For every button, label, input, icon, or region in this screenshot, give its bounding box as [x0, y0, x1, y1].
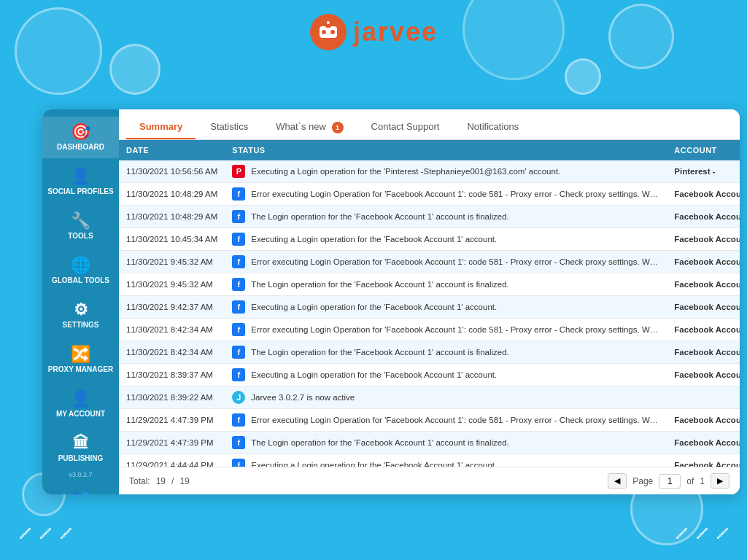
sidebar-item-publishing[interactable]: 🏛 PUBLISHING — [42, 428, 119, 470]
facebook-icon: f — [232, 255, 245, 268]
jarvee-icon: J — [232, 391, 245, 404]
publishing-icon: 🏛 — [73, 435, 89, 451]
table-row: 11/30/2021 8:39:37 AMfExecuting a Login … — [119, 364, 740, 386]
cell-account: Facebook Account — [667, 183, 740, 206]
status-text: Jarvee 3.0.2.7 is now active — [251, 393, 355, 402]
page-label: Page — [632, 476, 653, 486]
table-row: 11/30/2021 8:39:22 AMJJarvee 3.0.2.7 is … — [119, 386, 740, 409]
whats-new-badge: 1 — [332, 122, 344, 133]
table-row: 11/30/2021 10:45:34 AMfExecuting a Login… — [119, 228, 740, 251]
sidebar-label-publishing: PUBLISHING — [58, 454, 104, 462]
social-profiles-icon: 👤 — [71, 168, 90, 184]
cell-date: 11/29/2021 4:47:39 PM — [119, 409, 225, 432]
table-row: 11/30/2021 10:48:29 AMfThe Login operati… — [119, 206, 740, 228]
sidebar-label-dashboard: DASHBOARD — [57, 143, 104, 151]
tab-contact-support-label: Contact Support — [371, 121, 440, 132]
pinterest-icon: P — [232, 165, 245, 178]
pagination-bar: Total: 19 / 19 ◀ Page of 1 ▶ — [119, 467, 740, 494]
tab-contact-support[interactable]: Contact Support — [358, 115, 453, 139]
cell-status: JJarvee 3.0.2.7 is now active — [225, 386, 667, 409]
table-row: 11/30/2021 8:42:34 AMfError executing Lo… — [119, 319, 740, 341]
table-row: 11/30/2021 10:48:29 AMfError executing L… — [119, 183, 740, 206]
cell-date: 11/30/2021 8:42:34 AM — [119, 319, 225, 341]
global-tools-icon: 🌐 — [71, 257, 90, 273]
facebook-icon: f — [232, 278, 245, 291]
sidebar-item-like-exchange[interactable]: 👥 LIKE EXCHANGE — [42, 483, 119, 494]
cell-date: 11/30/2021 8:39:22 AM — [119, 386, 225, 409]
page-prev-button[interactable]: ◀ — [608, 473, 627, 489]
logo-text: jarvee — [353, 17, 438, 47]
cell-account: Facebook Account — [667, 251, 740, 273]
cell-account: Facebook Account — [667, 228, 740, 251]
cell-status: fThe Login operation for the 'Facebook A… — [225, 432, 667, 454]
status-text: Error executing Login Operation for 'Fac… — [251, 416, 659, 424]
cell-account: Facebook Account — [667, 206, 740, 228]
sidebar-label-proxy-manager: PROXY MANAGER — [48, 365, 113, 373]
cell-date: 11/30/2021 10:48:29 AM — [119, 183, 225, 206]
facebook-icon: f — [232, 436, 245, 449]
cell-date: 11/30/2021 9:45:32 AM — [119, 251, 225, 273]
bottom-right-icon: ⟋⟋⟋ — [671, 521, 732, 545]
facebook-icon: f — [232, 233, 245, 246]
status-text: Error executing Login Operation for 'Fac… — [251, 257, 659, 266]
page-input[interactable] — [659, 474, 681, 489]
cell-account: Facebook Account — [667, 432, 740, 454]
sidebar-item-proxy-manager[interactable]: 🔀 PROXY MANAGER — [42, 339, 119, 381]
bottom-left-icon: ⟋⟋⟋ — [15, 521, 76, 545]
activity-table: DATE STATUS ACCOUNT 11/30/2021 10:56:56 … — [119, 140, 740, 467]
svg-point-5 — [327, 21, 330, 24]
cell-date: 11/29/2021 4:44:44 PM — [119, 454, 225, 467]
sidebar-label-settings: SETTINGS — [62, 321, 98, 329]
tab-notifications[interactable]: Notifications — [454, 115, 532, 139]
col-account: ACCOUNT — [667, 140, 740, 160]
table-row: 11/29/2021 4:47:39 PMfThe Login operatio… — [119, 432, 740, 454]
status-text: The Login operation for the 'Facebook Ac… — [251, 280, 508, 289]
cell-status: fThe Login operation for the 'Facebook A… — [225, 273, 667, 296]
sidebar-item-global-tools[interactable]: 🌐 GLOBAL TOOLS — [42, 250, 119, 292]
sidebar-item-settings[interactable]: ⚙ SETTINGS — [42, 295, 119, 336]
sidebar-item-social-profiles[interactable]: 👤 SOCIAL PROFILES — [42, 161, 119, 203]
cell-status: PExecuting a Login operation for the 'Pi… — [225, 160, 667, 183]
tools-icon: 🔧 — [71, 213, 90, 229]
facebook-icon: f — [232, 413, 245, 427]
facebook-icon: f — [232, 346, 245, 359]
tab-whats-new-label: What`s new — [276, 121, 326, 132]
sidebar-item-tools[interactable]: 🔧 TOOLS — [42, 206, 119, 247]
tab-summary[interactable]: Summary — [126, 115, 196, 139]
cell-account: Facebook Account — [667, 364, 740, 386]
table-row: 11/29/2021 4:44:44 PMfExecuting a Login … — [119, 454, 740, 467]
cell-date: 11/29/2021 4:47:39 PM — [119, 432, 225, 454]
sidebar-item-dashboard[interactable]: 🎯 DASHBOARD — [42, 117, 119, 158]
cell-account: Facebook Account — [667, 409, 740, 432]
header: jarvee — [0, 0, 747, 61]
table-row: 11/30/2021 9:45:32 AMfThe Login operatio… — [119, 273, 740, 296]
tab-whats-new[interactable]: What`s new 1 — [263, 115, 356, 139]
sidebar-label-global-tools: GLOBAL TOOLS — [52, 276, 109, 284]
logo: jarvee — [309, 13, 438, 51]
status-text: Error executing Login Operation for 'Fac… — [251, 190, 659, 198]
tab-statistics[interactable]: Statistics — [197, 115, 261, 139]
cell-account: Facebook Account — [667, 296, 740, 319]
proxy-manager-icon: 🔀 — [71, 346, 90, 362]
status-text: Executing a Login operation for the 'Pin… — [251, 167, 560, 176]
cell-status: fError executing Login Operation for 'Fa… — [225, 319, 667, 341]
total-label: Total: — [129, 476, 150, 486]
version-badge: v3.0.2.7 — [69, 470, 92, 480]
col-date: DATE — [119, 140, 225, 160]
like-exchange-icon: 👥 — [71, 490, 90, 494]
table-row: 11/30/2021 9:42:37 AMfExecuting a Login … — [119, 296, 740, 319]
col-status: STATUS — [225, 140, 667, 160]
sidebar-label-tools: TOOLS — [68, 232, 93, 240]
status-text: The Login operation for the 'Facebook Ac… — [251, 348, 508, 357]
cell-account: Facebook Account — [667, 341, 740, 364]
table-row: 11/29/2021 4:47:39 PMfError executing Lo… — [119, 409, 740, 432]
table-container: DATE STATUS ACCOUNT 11/30/2021 10:56:56 … — [119, 140, 740, 467]
page-next-button[interactable]: ▶ — [711, 473, 729, 489]
tab-bar: Summary Statistics What`s new 1 Contact … — [119, 109, 740, 140]
tab-summary-label: Summary — [139, 121, 182, 132]
sidebar-item-my-account[interactable]: 👤 MY ACCOUNT — [42, 384, 119, 425]
status-text: Executing a Login operation for the 'Fac… — [251, 235, 497, 244]
svg-point-2 — [322, 30, 326, 34]
facebook-icon: f — [232, 300, 245, 314]
cell-status: fError executing Login Operation for 'Fa… — [225, 409, 667, 432]
